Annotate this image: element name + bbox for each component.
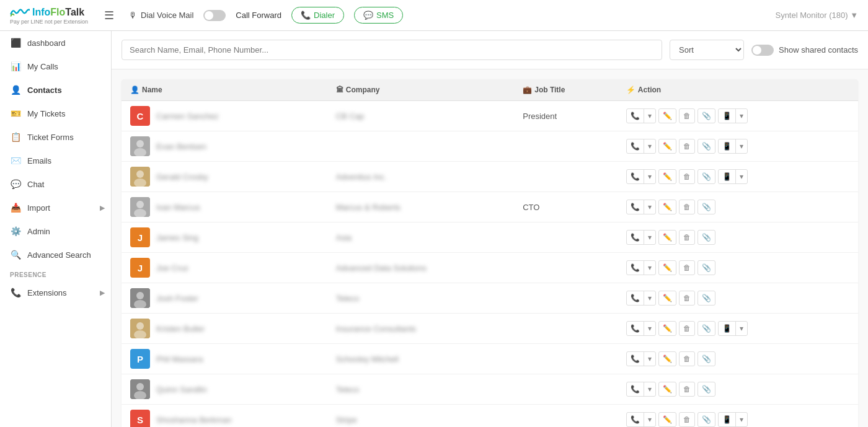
contact-name[interactable]: Kristen Butler — [156, 324, 205, 333]
delete-button[interactable]: 🗑 — [679, 321, 695, 336]
call-button-group[interactable]: 📞 ▾ — [626, 108, 656, 123]
sidebar-item-my-tickets[interactable]: 🎫 My Tickets — [0, 102, 111, 125]
call-button[interactable]: 📞 — [627, 322, 644, 335]
delete-button[interactable]: 🗑 — [679, 169, 695, 184]
call-dropdown-button[interactable]: ▾ — [644, 413, 655, 426]
mobile-dropdown-button[interactable]: ▾ — [736, 170, 747, 183]
call-button[interactable]: 📞 — [627, 170, 644, 183]
call-dropdown-button[interactable]: ▾ — [644, 382, 655, 396]
mobile-dropdown-button[interactable]: ▾ — [736, 322, 747, 335]
call-dropdown-button[interactable]: ▾ — [644, 352, 655, 366]
contact-name[interactable]: Shoshanna Berkman — [156, 415, 231, 425]
edit-button[interactable]: ✏️ — [658, 230, 676, 245]
attach-button[interactable]: 📎 — [698, 291, 715, 306]
edit-button[interactable]: ✏️ — [658, 169, 676, 184]
contact-name[interactable]: Evan Bentsen — [156, 142, 206, 151]
delete-button[interactable]: 🗑 — [679, 291, 695, 306]
call-button[interactable]: 📞 — [627, 231, 644, 244]
delete-button[interactable]: 🗑 — [679, 351, 695, 366]
edit-button[interactable]: ✏️ — [658, 291, 676, 306]
edit-button[interactable]: ✏️ — [658, 200, 676, 214]
mobile-button-group[interactable]: 📱 ▾ — [718, 139, 748, 154]
edit-button[interactable]: ✏️ — [658, 139, 676, 154]
call-button[interactable]: 📞 — [627, 109, 644, 123]
attach-button[interactable]: 📎 — [698, 260, 715, 275]
attach-button[interactable]: 📎 — [698, 412, 715, 427]
mobile-button-group[interactable]: 📱 ▾ — [718, 321, 748, 336]
sidebar-item-chat[interactable]: 💬 Chat — [0, 172, 111, 196]
dialer-button[interactable]: 📞 Dialer — [291, 7, 344, 24]
call-button-group[interactable]: 📞 ▾ — [626, 169, 656, 184]
search-input[interactable] — [122, 40, 662, 60]
call-button-group[interactable]: 📞 ▾ — [626, 382, 656, 397]
edit-button[interactable]: ✏️ — [658, 382, 676, 397]
call-button[interactable]: 📞 — [627, 291, 644, 305]
mobile-button[interactable]: 📱 — [719, 109, 736, 123]
delete-button[interactable]: 🗑 — [679, 139, 695, 154]
call-button[interactable]: 📞 — [627, 382, 644, 396]
attach-button[interactable]: 📎 — [698, 108, 715, 123]
delete-button[interactable]: 🗑 — [679, 412, 695, 427]
call-button[interactable]: 📞 — [627, 261, 644, 275]
sidebar-item-emails[interactable]: ✉️ Emails — [0, 149, 111, 172]
mobile-button[interactable]: 📱 — [719, 413, 736, 426]
call-button-group[interactable]: 📞 ▾ — [626, 139, 656, 154]
contact-name[interactable]: Ivan Marcus — [156, 203, 200, 212]
edit-button[interactable]: ✏️ — [658, 260, 676, 275]
sidebar-item-dashboard[interactable]: ⬛ dashboard — [0, 31, 111, 55]
call-dropdown-button[interactable]: ▾ — [644, 291, 655, 305]
sidebar-item-contacts[interactable]: 👤 Contacts — [0, 78, 111, 102]
sidebar-item-admin[interactable]: ⚙️ Admin — [0, 219, 111, 243]
contact-name[interactable]: Joe Cruz — [156, 263, 188, 273]
call-button-group[interactable]: 📞 ▾ — [626, 412, 656, 427]
contact-name[interactable]: James Sing — [156, 233, 198, 242]
mobile-button-group[interactable]: 📱 ▾ — [718, 108, 748, 123]
user-info[interactable]: Syntel Monitor (180) ▼ — [775, 11, 858, 20]
sidebar-item-ticket-forms[interactable]: 📋 Ticket Forms — [0, 125, 111, 149]
contact-name[interactable]: Phil Massara — [156, 354, 203, 364]
delete-button[interactable]: 🗑 — [679, 230, 695, 245]
edit-button[interactable]: ✏️ — [658, 412, 676, 427]
sidebar-item-import[interactable]: 📥 Import ▶ — [0, 196, 111, 219]
call-button-group[interactable]: 📞 ▾ — [626, 321, 656, 336]
call-dropdown-button[interactable]: ▾ — [644, 200, 655, 214]
call-button-group[interactable]: 📞 ▾ — [626, 351, 656, 366]
contact-name[interactable]: Josh Foster — [156, 294, 198, 303]
delete-button[interactable]: 🗑 — [679, 200, 695, 214]
mobile-dropdown-button[interactable]: ▾ — [736, 139, 747, 153]
attach-button[interactable]: 📎 — [698, 230, 715, 245]
call-button[interactable]: 📞 — [627, 200, 644, 214]
call-button[interactable]: 📞 — [627, 352, 644, 366]
sms-button[interactable]: 💬 SMS — [354, 7, 403, 24]
menu-icon[interactable]: ☰ — [104, 9, 114, 22]
call-button-group[interactable]: 📞 ▾ — [626, 230, 656, 245]
shared-contacts-toggle[interactable] — [751, 45, 774, 56]
mobile-button-group[interactable]: 📱 ▾ — [718, 169, 748, 184]
delete-button[interactable]: 🗑 — [679, 260, 695, 275]
attach-button[interactable]: 📎 — [698, 200, 715, 214]
mobile-button[interactable]: 📱 — [719, 170, 736, 183]
sidebar-item-my-calls[interactable]: 📊 My Calls — [0, 55, 111, 78]
call-button[interactable]: 📞 — [627, 139, 644, 153]
call-dropdown-button[interactable]: ▾ — [644, 139, 655, 153]
contact-name[interactable]: Quinn Sandlin — [156, 385, 207, 394]
mobile-dropdown-button[interactable]: ▾ — [736, 413, 747, 426]
sidebar-item-extensions[interactable]: 📞 Extensions ▶ — [0, 281, 111, 304]
edit-button[interactable]: ✏️ — [658, 351, 676, 366]
attach-button[interactable]: 📎 — [698, 382, 715, 397]
call-dropdown-button[interactable]: ▾ — [644, 261, 655, 275]
edit-button[interactable]: ✏️ — [658, 108, 676, 123]
call-dropdown-button[interactable]: ▾ — [644, 109, 655, 123]
call-button-group[interactable]: 📞 ▾ — [626, 260, 656, 275]
call-dropdown-button[interactable]: ▾ — [644, 170, 655, 183]
delete-button[interactable]: 🗑 — [679, 108, 695, 123]
attach-button[interactable]: 📎 — [698, 169, 715, 184]
call-dropdown-button[interactable]: ▾ — [644, 231, 655, 244]
call-button[interactable]: 📞 — [627, 413, 644, 426]
call-button-group[interactable]: 📞 ▾ — [626, 200, 656, 214]
contact-name[interactable]: Gerald Crosby — [156, 172, 208, 182]
dial-voicemail[interactable]: 🎙 Dial Voice Mail — [129, 11, 193, 20]
edit-button[interactable]: ✏️ — [658, 321, 676, 336]
mobile-button-group[interactable]: 📱 ▾ — [718, 412, 748, 427]
contact-name[interactable]: Carmen Sanchez — [156, 112, 218, 121]
